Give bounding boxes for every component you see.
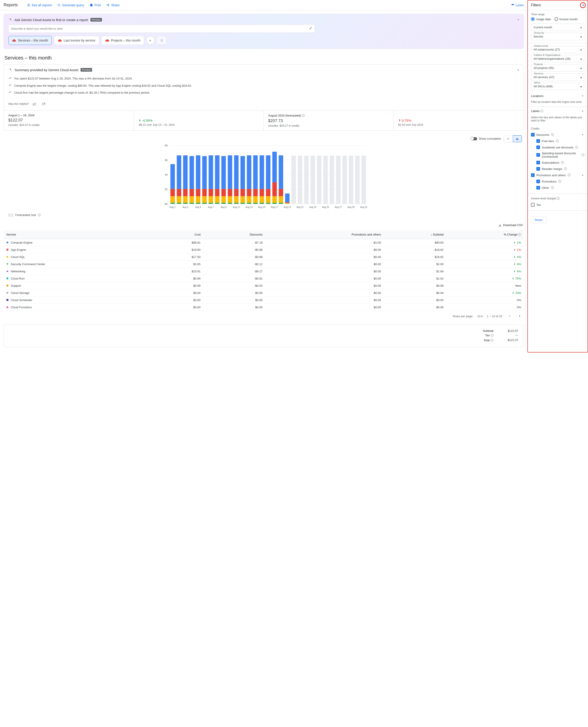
- sort-icon[interactable]: ↓: [431, 233, 432, 236]
- table-row[interactable]: Security Command Center$3.05-$0.12$0.00$…: [4, 261, 524, 268]
- tax-checkbox[interactable]: Tax: [531, 202, 584, 208]
- help-icon[interactable]: ⓘ: [518, 233, 521, 237]
- thumbs-down-button[interactable]: [40, 101, 47, 107]
- summary-line-text: You spent $122.07 between Aug 1-19, 2024…: [14, 76, 133, 81]
- svg-text:$8: $8: [165, 144, 168, 147]
- table-row[interactable]: Support$0.59-$0.03$0.00$0.56 New: [4, 282, 524, 289]
- table-header[interactable]: ↓ Subtotal: [384, 230, 446, 239]
- svg-text:Aug 7: Aug 7: [208, 206, 214, 208]
- spending-checkbox[interactable]: Spending based discounts (contractual) ⓘ: [537, 150, 584, 160]
- see-all-reports-link[interactable]: See all reports: [27, 3, 52, 7]
- discounts-checkbox[interactable]: Discounts ⓘ: [531, 131, 584, 138]
- invoice-month-radio[interactable]: Invoice month: [554, 17, 578, 21]
- help-icon[interactable]: ⓘ: [541, 109, 543, 113]
- svg-rect-71: [260, 196, 264, 203]
- chip-last-invoice[interactable]: Last invoice by service: [54, 36, 99, 45]
- help-icon[interactable]: ⓘ: [551, 186, 554, 190]
- stat-forecast-change-sub: $1.54 over July 2024: [398, 123, 519, 126]
- time-range-select[interactable]: Current month▾: [531, 24, 584, 31]
- share-link[interactable]: Share: [106, 3, 120, 7]
- help-icon[interactable]: ⓘ: [559, 180, 561, 183]
- collapse-gemini-button[interactable]: [517, 18, 520, 22]
- tax-label: Tax: [485, 334, 490, 337]
- table-row[interactable]: Compute Engine$88.81-$7.18-$1.00$80.63 2…: [4, 239, 524, 246]
- svg-text:$6: $6: [165, 159, 168, 162]
- labels-expand[interactable]: Labels ⓘ: [531, 107, 584, 116]
- table-row[interactable]: Cloud Scheduler$0.00$0.00$0.00$0.00 0%: [4, 296, 524, 304]
- reset-button[interactable]: Reset: [531, 216, 546, 223]
- chip-partial[interactable]: S: [156, 36, 166, 45]
- download-csv-link[interactable]: Download CSV: [498, 223, 523, 227]
- svg-text:Aug 29: Aug 29: [348, 206, 355, 208]
- subaccounts-select[interactable]: SubaccountsAll subaccounts (27)▾: [531, 46, 584, 53]
- table-header[interactable]: Promotions and others: [265, 230, 384, 239]
- collapse-filters-button[interactable]: [580, 2, 586, 8]
- help-icon[interactable]: ⓘ: [556, 139, 559, 143]
- next-page-button[interactable]: [517, 313, 523, 319]
- rows-per-page-select[interactable]: 10 ▾: [477, 315, 483, 318]
- help-icon[interactable]: ⓘ: [302, 113, 305, 118]
- help-icon[interactable]: ⓘ: [568, 173, 570, 177]
- help-icon[interactable]: ⓘ: [582, 153, 584, 157]
- help-icon[interactable]: ⓘ: [561, 161, 564, 165]
- table-row[interactable]: Networking$10.91-$9.27$0.00$1.64 6%: [4, 268, 524, 275]
- group-by-select[interactable]: Group byService▾: [531, 33, 584, 40]
- subtotal-cell: $80.63: [384, 239, 446, 246]
- svg-rect-69: [253, 155, 258, 189]
- svg-rect-33: [196, 155, 201, 189]
- table-header[interactable]: Cost: [154, 230, 203, 239]
- svg-rect-42: [215, 203, 219, 204]
- svg-text:$2: $2: [165, 188, 168, 191]
- chip-projects-this-month[interactable]: Projects – this month: [101, 36, 144, 45]
- print-link[interactable]: Print: [89, 3, 101, 7]
- services-select[interactable]: ServicesAll services (47)▾: [531, 74, 584, 81]
- help-icon[interactable]: ⓘ: [38, 213, 41, 217]
- prev-page-button[interactable]: [506, 313, 512, 319]
- usage-date-radio[interactable]: Usage date: [531, 17, 551, 21]
- promo-others-checkbox[interactable]: Promotions and others ⓘ: [531, 172, 584, 178]
- other-checkbox[interactable]: Other ⓘ: [537, 185, 584, 191]
- learn-link[interactable]: Learn: [511, 3, 524, 7]
- collapse-summary-button[interactable]: [517, 68, 520, 72]
- table-header[interactable]: Discounts: [203, 230, 265, 239]
- table-header[interactable]: % Change ⓘ: [446, 230, 524, 239]
- table-header[interactable]: Service: [4, 230, 154, 239]
- help-icon[interactable]: ⓘ: [564, 167, 567, 171]
- chip-services-this-month[interactable]: Services – this month: [8, 36, 52, 45]
- cumulative-toggle[interactable]: Show cumulative: [471, 137, 501, 140]
- help-icon[interactable]: ⓘ: [490, 333, 493, 337]
- help-icon[interactable]: ⓘ: [575, 145, 578, 149]
- svg-rect-28: [189, 189, 194, 196]
- table-row[interactable]: Cloud Run$5.94-$4.91$0.00$1.02 76%: [4, 275, 524, 282]
- report-title: Services – this month: [0, 52, 527, 62]
- svg-rect-93: [311, 155, 315, 204]
- line-chart-button[interactable]: [504, 136, 513, 142]
- projects-select[interactable]: ProjectsAll projects (55)▾: [531, 64, 584, 71]
- subscriptions-checkbox[interactable]: Subscriptions ⓘ: [537, 160, 584, 166]
- help-icon[interactable]: ⓘ: [490, 338, 493, 342]
- folders-select[interactable]: Folders & OrganizationsAll folders/organ…: [531, 55, 584, 62]
- help-icon[interactable]: ⓘ: [551, 133, 554, 137]
- table-row[interactable]: App Engine$19.60-$0.98$0.00$18.62 1%: [4, 246, 524, 253]
- svg-text:$4: $4: [165, 173, 168, 176]
- table-row[interactable]: Cloud SQL$17.50-$0.88$0.00$16.62 4%: [4, 253, 524, 261]
- chips-next-button[interactable]: [146, 36, 154, 44]
- svg-rect-51: [228, 196, 232, 203]
- table-row[interactable]: Cloud Storage$0.04$0.00$0.00$0.04 20%: [4, 289, 524, 296]
- sustained-checkbox[interactable]: Sustained use discounts ⓘ: [537, 144, 584, 150]
- svg-rect-81: [272, 151, 277, 182]
- generate-query-link[interactable]: Generate query: [57, 3, 84, 7]
- help-icon[interactable]: ⓘ: [557, 196, 560, 201]
- skus-select[interactable]: SKUsAll SKUs (408)▾: [531, 83, 584, 90]
- thumbs-up-button[interactable]: [31, 101, 38, 107]
- bar-chart-button[interactable]: [513, 136, 522, 142]
- locations-expand[interactable]: Locations: [531, 92, 584, 100]
- subtotal-label: Subtotal: [483, 329, 493, 333]
- reseller-checkbox[interactable]: Reseller margin ⓘ: [537, 166, 584, 172]
- gemini-prompt-input[interactable]: [8, 24, 315, 33]
- sparkle-icon: [8, 18, 12, 22]
- table-row[interactable]: Cloud Functions$0.00$0.00$0.00$0.00 0%: [4, 304, 524, 311]
- promotions-checkbox[interactable]: Promotions ⓘ: [537, 178, 584, 185]
- svg-rect-48: [221, 189, 226, 196]
- free-tiers-checkbox[interactable]: Free tiers ⓘ: [537, 138, 584, 144]
